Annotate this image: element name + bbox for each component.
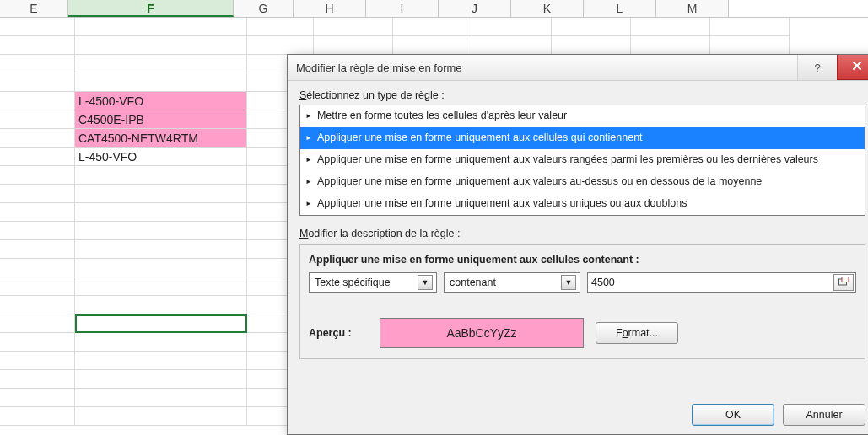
- cell[interactable]: [0, 296, 75, 314]
- cell[interactable]: [75, 407, 247, 426]
- cell[interactable]: [393, 36, 472, 55]
- cancel-button[interactable]: Annuler: [783, 404, 865, 426]
- cell[interactable]: [314, 36, 393, 55]
- cell[interactable]: [75, 222, 247, 240]
- cell[interactable]: [0, 55, 75, 73]
- format-preview: AaBbCcYyZz: [380, 318, 584, 348]
- cell[interactable]: [0, 259, 75, 277]
- cell[interactable]: [0, 333, 75, 352]
- cell[interactable]: [75, 352, 247, 370]
- cell[interactable]: [631, 18, 710, 36]
- cell[interactable]: [247, 18, 314, 36]
- dialog-title: Modifier la règle de mise en forme: [296, 62, 797, 74]
- column-header[interactable]: I: [366, 0, 439, 17]
- help-button[interactable]: ?: [797, 55, 837, 80]
- dialog-titlebar[interactable]: Modifier la règle de mise en forme ?: [288, 55, 868, 81]
- cell[interactable]: [75, 166, 247, 185]
- criteria-value-input[interactable]: 4500: [587, 272, 856, 293]
- cell[interactable]: [472, 18, 552, 36]
- rule-type-item[interactable]: Appliquer une mise en forme uniquement a…: [300, 193, 865, 215]
- ok-button[interactable]: OK: [692, 404, 774, 426]
- criteria-value: 4500: [591, 277, 615, 288]
- format-preview-sample: AaBbCcYyZz: [446, 326, 516, 340]
- close-icon: [851, 60, 863, 74]
- rule-type-item[interactable]: Mettre en forme toutes les cellules d'ap…: [300, 105, 865, 127]
- cell[interactable]: C4500E-IPB: [75, 110, 247, 129]
- close-button[interactable]: [837, 55, 868, 80]
- cell[interactable]: [75, 259, 247, 277]
- rule-type-list[interactable]: Mettre en forme toutes les cellules d'ap…: [299, 105, 865, 216]
- chevron-down-icon: ▼: [561, 275, 576, 290]
- rule-description-group: Appliquer une mise en forme uniquement a…: [299, 244, 865, 359]
- rule-type-item[interactable]: Appliquer une mise en forme uniquement a…: [300, 127, 865, 149]
- column-header[interactable]: G: [234, 0, 294, 17]
- cell[interactable]: [0, 240, 75, 259]
- column-header[interactable]: J: [439, 0, 511, 17]
- cell[interactable]: [75, 55, 247, 73]
- cell[interactable]: [75, 370, 247, 389]
- select-rule-type-label: Sélectionnez un type de règle :: [299, 89, 865, 101]
- cell[interactable]: [552, 18, 631, 36]
- cell[interactable]: [75, 73, 247, 92]
- cell[interactable]: [0, 36, 75, 55]
- column-header[interactable]: M: [656, 0, 729, 17]
- cell[interactable]: [710, 18, 790, 36]
- cell[interactable]: [0, 166, 75, 185]
- cell[interactable]: [75, 203, 247, 222]
- cell[interactable]: [0, 389, 75, 407]
- cell[interactable]: [75, 389, 247, 407]
- cell[interactable]: [314, 18, 393, 36]
- range-select-button[interactable]: [833, 274, 854, 291]
- criteria-operator-value: contenant: [450, 277, 496, 288]
- criteria-type-combo[interactable]: Texte spécifique ▼: [309, 272, 437, 293]
- rule-type-item[interactable]: Appliquer une mise en forme uniquement a…: [300, 149, 865, 171]
- cell[interactable]: [0, 73, 75, 92]
- column-header[interactable]: H: [294, 0, 366, 17]
- cell[interactable]: [0, 203, 75, 222]
- column-header[interactable]: L: [584, 0, 656, 17]
- group-title: Appliquer une mise en forme uniquement a…: [309, 254, 856, 266]
- cell[interactable]: [552, 36, 631, 55]
- cell[interactable]: [75, 240, 247, 259]
- cell[interactable]: [75, 185, 247, 203]
- cell[interactable]: [393, 18, 472, 36]
- rule-type-item[interactable]: Utiliser une formule pour déterminer pou…: [300, 215, 865, 216]
- cell[interactable]: [0, 18, 75, 36]
- cell[interactable]: [75, 333, 247, 352]
- rule-type-item[interactable]: Appliquer une mise en forme uniquement a…: [300, 171, 865, 193]
- cell[interactable]: [0, 277, 75, 296]
- cell[interactable]: [710, 36, 790, 55]
- cell[interactable]: [247, 36, 314, 55]
- cell[interactable]: [75, 296, 247, 314]
- cell[interactable]: [75, 314, 247, 333]
- cell[interactable]: [0, 352, 75, 370]
- column-headers: EFGHIJKLM: [0, 0, 868, 18]
- cell[interactable]: [0, 92, 75, 110]
- range-select-icon: [838, 276, 849, 290]
- cell[interactable]: [75, 36, 247, 55]
- help-icon: ?: [814, 62, 820, 74]
- preview-label: Aperçu :: [309, 327, 368, 339]
- cell[interactable]: [0, 129, 75, 148]
- cell[interactable]: [0, 314, 75, 333]
- column-header[interactable]: F: [68, 0, 234, 17]
- criteria-type-value: Texte spécifique: [315, 277, 391, 288]
- cell[interactable]: [0, 110, 75, 129]
- cell[interactable]: [0, 148, 75, 166]
- cell[interactable]: [472, 36, 552, 55]
- cell[interactable]: [631, 36, 710, 55]
- cell[interactable]: L-450-VFO: [75, 148, 247, 166]
- edit-format-rule-dialog: Modifier la règle de mise en forme ? Sél…: [287, 54, 868, 435]
- cell[interactable]: [0, 185, 75, 203]
- cell[interactable]: [0, 222, 75, 240]
- cell[interactable]: L-4500-VFO: [75, 92, 247, 110]
- cell[interactable]: [0, 370, 75, 389]
- criteria-operator-combo[interactable]: contenant ▼: [444, 272, 580, 293]
- cell[interactable]: [75, 18, 247, 36]
- cell[interactable]: [75, 277, 247, 296]
- column-header[interactable]: K: [511, 0, 584, 17]
- cell[interactable]: CAT4500-NETW4RTM: [75, 129, 247, 148]
- column-header[interactable]: E: [0, 0, 68, 17]
- cell[interactable]: [0, 407, 75, 426]
- format-button[interactable]: Format...: [596, 322, 678, 344]
